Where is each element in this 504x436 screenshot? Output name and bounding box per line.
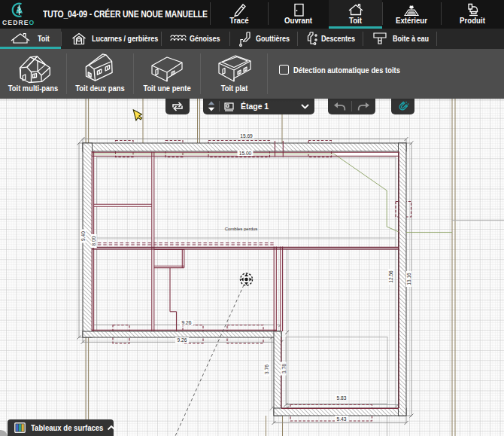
svg-text:13.16: 13.16 xyxy=(406,273,411,285)
svg-text:9.26: 9.26 xyxy=(182,320,192,325)
svg-text:15.00: 15.00 xyxy=(239,151,252,156)
svg-text:3.76: 3.76 xyxy=(264,364,269,374)
svg-text:3.78: 3.78 xyxy=(281,364,287,373)
svg-text:Combles perdus: Combles perdus xyxy=(225,227,258,231)
svg-text:5.83: 5.83 xyxy=(337,395,347,401)
svg-text:9.26: 9.26 xyxy=(178,337,187,343)
svg-text:9.40: 9.40 xyxy=(80,231,86,241)
svg-text:5.43: 5.43 xyxy=(337,416,347,422)
svg-text:15.69: 15.69 xyxy=(240,133,253,139)
svg-text:8.00: 8.00 xyxy=(92,236,97,245)
svg-text:CEDREO: CEDREO xyxy=(2,19,35,26)
svg-text:12.56: 12.56 xyxy=(388,270,393,283)
